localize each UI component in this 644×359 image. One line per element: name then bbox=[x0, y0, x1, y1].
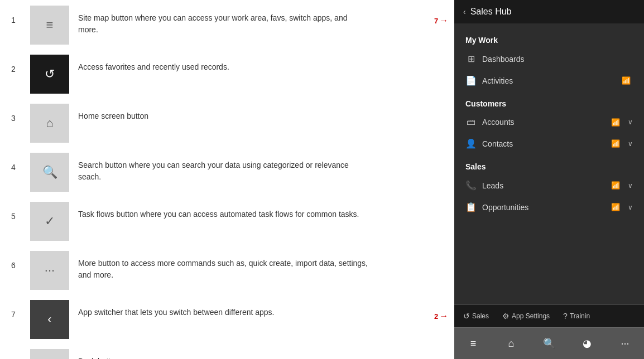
tutorial-text-2: Access favorites and recently used recor… bbox=[78, 55, 229, 73]
row-number: 7 bbox=[11, 300, 21, 319]
toolbar-bottom: ≡ ⌂ 🔍 ◕ ··· bbox=[454, 327, 644, 359]
toolbar-home-btn[interactable]: ⌂ bbox=[498, 332, 525, 355]
opportunities-label: Opportunities bbox=[482, 203, 605, 212]
tutorial-row: 8←Back button bbox=[11, 349, 443, 359]
row-number: 8 bbox=[11, 349, 21, 359]
leads-chevron-icon: ∨ bbox=[628, 182, 633, 190]
toolbar-taskflow-btn[interactable]: ◕ bbox=[574, 332, 600, 355]
activities-label: Activities bbox=[482, 76, 616, 85]
accounts-chevron-icon: ∨ bbox=[628, 118, 633, 126]
toolbar-sitemap-btn[interactable]: ≡ bbox=[460, 332, 487, 355]
section-sales-label: Sales bbox=[454, 154, 644, 174]
section-customers-label: Customers bbox=[454, 91, 644, 111]
tab-sales-label: Sales bbox=[472, 312, 489, 320]
activities-wifi-icon: 📶 bbox=[622, 76, 631, 85]
icon-box-2: ↺ bbox=[30, 55, 69, 94]
nav-item-opportunities[interactable]: 📋 Opportunities 📶 ∨ bbox=[454, 196, 644, 218]
tab-app-settings[interactable]: ⚙ App Settings bbox=[499, 309, 553, 323]
contacts-label: Contacts bbox=[482, 139, 605, 148]
tutorial-row: 1≡Site map button where you can access y… bbox=[11, 6, 443, 45]
accounts-label: Accounts bbox=[482, 118, 605, 127]
nav-item-dashboards[interactable]: ⊞ Dashboards bbox=[454, 48, 644, 70]
sales-hub-header: ‹ Sales Hub bbox=[454, 0, 644, 23]
home-icon: ⌂ bbox=[508, 338, 515, 350]
tab-settings-icon: ⚙ bbox=[502, 312, 510, 321]
tutorial-row: 7‹App switcher that lets you switch betw… bbox=[11, 300, 443, 339]
taskflow-icon: ◕ bbox=[583, 337, 592, 350]
tutorial-row: 4🔍Search button where you can search you… bbox=[11, 153, 443, 192]
tab-settings-label: App Settings bbox=[512, 312, 550, 320]
row-number: 3 bbox=[11, 104, 21, 123]
contacts-icon: 👤 bbox=[465, 138, 477, 149]
leads-label: Leads bbox=[482, 181, 605, 190]
tutorial-section: 1≡Site map button where you can access y… bbox=[0, 0, 454, 359]
opportunities-icon: 📋 bbox=[465, 202, 477, 212]
activities-icon: 📄 bbox=[465, 75, 477, 86]
back-chevron-icon[interactable]: ‹ bbox=[463, 7, 466, 16]
nav-list: My Work ⊞ Dashboards 📄 Activities 📶 Cust… bbox=[454, 23, 644, 304]
leads-wifi-icon: 📶 bbox=[611, 181, 620, 190]
toolbar-more-btn[interactable]: ··· bbox=[612, 332, 638, 355]
icon-box-6: ··· bbox=[30, 251, 69, 290]
contacts-chevron-icon: ∨ bbox=[628, 140, 633, 148]
toolbar-search-btn[interactable]: 🔍 bbox=[536, 332, 563, 355]
contacts-wifi-icon: 📶 bbox=[611, 139, 620, 148]
accounts-icon: 🗃 bbox=[465, 117, 477, 127]
icon-box-5: ✓ bbox=[30, 202, 69, 241]
tab-sales-icon: ↺ bbox=[463, 312, 470, 321]
tutorial-text-5: Task flows button where you can access a… bbox=[78, 202, 359, 220]
row-number: 5 bbox=[11, 202, 21, 221]
nav-item-leads[interactable]: 📞 Leads 📶 ∨ bbox=[454, 174, 644, 196]
row-number: 1 bbox=[11, 6, 21, 25]
tutorial-row: 6···More button to access more commands … bbox=[11, 251, 443, 290]
tutorial-text-4: Search button where you can search your … bbox=[78, 153, 368, 183]
leads-icon: 📞 bbox=[465, 180, 477, 191]
icon-box-8: ← bbox=[30, 349, 69, 359]
sales-hub-panel: 7 → ‹ Sales Hub My Work ⊞ Dashboards 📄 A… bbox=[454, 0, 644, 359]
tutorial-row: 5✓Task flows button where you can access… bbox=[11, 202, 443, 241]
tab-training-label: Trainin bbox=[570, 312, 590, 320]
bottom-tabs: ↺ Sales ⚙ App Settings ? Trainin bbox=[454, 304, 644, 327]
tab-training-icon: ? bbox=[563, 312, 568, 321]
icon-box-4: 🔍 bbox=[30, 153, 69, 192]
accounts-wifi-icon: 📶 bbox=[611, 118, 620, 127]
more-icon: ··· bbox=[621, 338, 629, 350]
sitemap-icon: ≡ bbox=[470, 338, 477, 350]
dashboards-icon: ⊞ bbox=[465, 54, 477, 64]
tutorial-row: 3⌂Home screen button bbox=[11, 104, 443, 143]
opportunities-chevron-icon: ∨ bbox=[628, 203, 633, 211]
section-mywork-label: My Work bbox=[454, 28, 644, 48]
sales-hub-title: Sales Hub bbox=[470, 7, 512, 17]
tutorial-text-6: More button to access more commands such… bbox=[78, 251, 368, 281]
dashboards-label: Dashboards bbox=[482, 55, 633, 64]
tab-sales[interactable]: ↺ Sales bbox=[460, 309, 492, 323]
nav-item-contacts[interactable]: 👤 Contacts 📶 ∨ bbox=[454, 133, 644, 154]
nav-item-accounts[interactable]: 🗃 Accounts 📶 ∨ bbox=[454, 111, 644, 133]
icon-box-3: ⌂ bbox=[30, 104, 69, 143]
opportunities-wifi-icon: 📶 bbox=[611, 203, 620, 211]
tutorial-text-1: Site map button where you can access you… bbox=[78, 6, 368, 36]
icon-box-1: ≡ bbox=[30, 6, 69, 45]
row-number: 6 bbox=[11, 251, 21, 270]
tab-training[interactable]: ? Trainin bbox=[560, 309, 593, 323]
search-icon: 🔍 bbox=[543, 337, 555, 350]
nav-item-activities[interactable]: 📄 Activities 📶 bbox=[454, 70, 644, 91]
tutorial-text-3: Home screen button bbox=[78, 104, 148, 122]
tutorial-row: 2↺Access favorites and recently used rec… bbox=[11, 55, 443, 94]
tutorial-text-7: App switcher that lets you switch betwee… bbox=[78, 300, 275, 318]
tutorial-text-8: Back button bbox=[78, 349, 119, 359]
icon-box-7: ‹ bbox=[30, 300, 69, 339]
row-number: 2 bbox=[11, 55, 21, 74]
row-number: 4 bbox=[11, 153, 21, 172]
